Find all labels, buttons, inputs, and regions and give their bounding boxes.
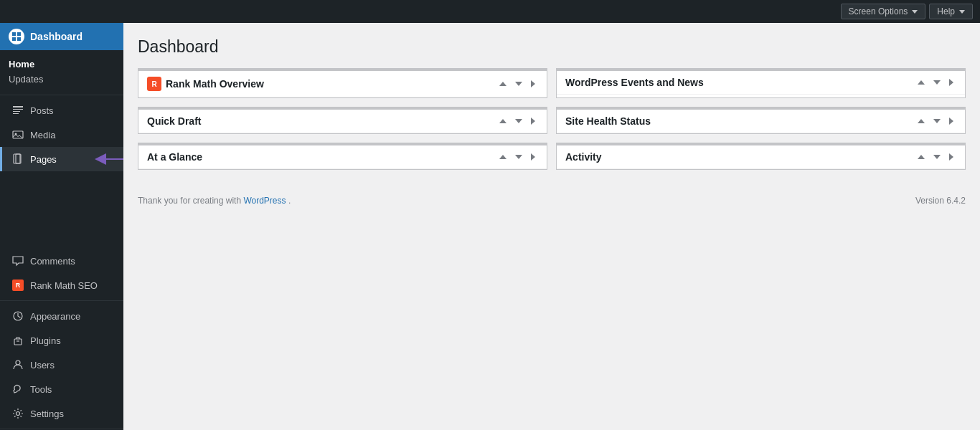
sidebar-item-media[interactable]: Media: [0, 123, 123, 147]
widget-rank-math-down-btn[interactable]: [512, 80, 525, 87]
widget-quick-draft-down-btn[interactable]: [512, 118, 525, 125]
widget-rank-math-overview-controls: [496, 79, 538, 89]
footer-thank-you-text: Thank you for creating with: [138, 196, 243, 206]
help-chevron-icon: [959, 10, 965, 14]
footer-wordpress-link[interactable]: WordPress: [243, 196, 286, 206]
widget-activity-up-btn[interactable]: [915, 153, 928, 161]
sidebar-divider-1: [0, 95, 123, 95]
widget-rank-math-up-btn[interactable]: [496, 80, 509, 87]
svg-point-12: [17, 412, 20, 416]
sidebar-item-settings[interactable]: Settings: [0, 401, 123, 426]
tools-label: Tools: [30, 384, 52, 395]
widget-site-health: Site Health Status: [556, 107, 966, 134]
widget-quick-draft: Quick Draft: [138, 107, 547, 134]
footer-credit: Thank you for creating with WordPress .: [138, 196, 291, 206]
arrow-expand-icon: [949, 79, 953, 86]
widget-site-health-down-btn[interactable]: [930, 118, 943, 125]
comments-icon: [11, 254, 24, 267]
arrow-expand-icon: [531, 80, 535, 87]
pages-icon: [11, 153, 24, 166]
users-label: Users: [30, 360, 55, 371]
widget-at-a-glance: At a Glance: [138, 143, 547, 170]
widget-wordpress-events: WordPress Events and News: [556, 68, 966, 98]
sidebar-item-posts[interactable]: Posts: [0, 98, 123, 123]
arrow-up-icon: [918, 119, 925, 123]
widget-at-a-glance-header: At a Glance: [138, 145, 547, 169]
home-label[interactable]: Home: [9, 56, 115, 72]
widget-events-up-btn[interactable]: [915, 79, 928, 86]
arrow-up-icon: [918, 80, 925, 85]
widget-rank-math-overview-title: R Rank Math Overview: [147, 77, 264, 91]
arrow-up-icon: [499, 155, 507, 159]
widget-quick-draft-up-btn[interactable]: [496, 118, 509, 125]
sidebar-item-pages[interactable]: Pages: [0, 147, 123, 171]
widget-at-a-glance-down-btn[interactable]: [512, 153, 525, 161]
svg-rect-1: [17, 32, 21, 36]
widget-activity-expand-btn[interactable]: [946, 152, 956, 162]
arrow-expand-icon: [949, 118, 953, 125]
rank-math-widget-icon: R: [147, 77, 161, 91]
widget-quick-draft-controls: [496, 116, 538, 126]
widget-activity-controls: [915, 152, 956, 162]
sidebar-item-tools[interactable]: Tools: [0, 377, 123, 401]
sidebar-divider-2: [0, 300, 123, 301]
arrow-up-icon: [918, 155, 925, 159]
widget-activity-header: Activity: [557, 145, 965, 169]
page-title: Dashboard: [138, 37, 966, 57]
screen-options-label: Screen Options: [849, 6, 908, 16]
dashboard-icon: [9, 29, 24, 44]
widget-wordpress-events-controls: [915, 77, 956, 87]
sidebar-brand-label: Dashboard: [30, 31, 83, 42]
tools-icon: [11, 383, 24, 396]
arrow-down-icon: [933, 80, 941, 85]
widget-at-a-glance-title: At a Glance: [147, 151, 202, 163]
widget-quick-draft-expand-btn[interactable]: [528, 116, 538, 126]
arrow-down-icon: [515, 155, 522, 159]
plugins-icon: [11, 334, 24, 347]
help-label: Help: [937, 6, 955, 16]
arrow-expand-icon: [531, 153, 535, 161]
rank-math-seo-label: Rank Math SEO: [30, 280, 98, 291]
widget-wordpress-events-title: WordPress Events and News: [565, 77, 704, 88]
posts-icon: [11, 104, 24, 117]
widget-site-health-expand-btn[interactable]: [946, 116, 956, 126]
arrow-up-icon: [499, 82, 507, 86]
sidebar-item-rank-math-seo[interactable]: R Rank Math SEO: [0, 273, 123, 297]
widget-rank-math-overview: R Rank Math Overview: [138, 68, 547, 98]
svg-rect-2: [12, 37, 16, 41]
widget-grid: R Rank Math Overview Word: [138, 68, 966, 170]
comments-label: Comments: [30, 256, 75, 267]
widget-events-down-btn[interactable]: [930, 79, 943, 86]
arrow-down-icon: [933, 155, 941, 159]
svg-rect-3: [17, 37, 21, 41]
widget-at-a-glance-up-btn[interactable]: [496, 153, 509, 161]
widget-quick-draft-title: Quick Draft: [147, 115, 201, 127]
widget-activity-down-btn[interactable]: [930, 153, 943, 161]
svg-point-11: [16, 360, 20, 365]
arrow-expand-icon: [531, 118, 535, 125]
widget-at-a-glance-expand-btn[interactable]: [528, 152, 538, 162]
sidebar-item-users[interactable]: Users: [0, 353, 123, 377]
settings-label: Settings: [30, 408, 64, 419]
sidebar-item-plugins[interactable]: Plugins: [0, 328, 123, 353]
widget-events-expand-btn[interactable]: [946, 77, 956, 87]
arrow-up-icon: [499, 119, 507, 123]
sidebar-item-appearance[interactable]: Appearance: [0, 304, 123, 328]
arrow-down-icon: [933, 119, 941, 123]
widget-site-health-controls: [915, 116, 956, 126]
appearance-icon: [11, 310, 24, 322]
sidebar-item-comments[interactable]: Comments: [0, 249, 123, 273]
widget-rank-math-expand-btn[interactable]: [528, 79, 538, 89]
widget-site-health-up-btn[interactable]: [915, 118, 928, 125]
widget-wordpress-events-header: WordPress Events and News: [557, 71, 965, 95]
sidebar-brand[interactable]: Dashboard: [0, 23, 123, 50]
help-button[interactable]: Help: [929, 4, 973, 19]
screen-options-chevron-icon: [912, 10, 918, 14]
media-icon: [11, 128, 24, 141]
updates-label[interactable]: Updates: [9, 72, 115, 89]
sidebar: Dashboard Home Updates Posts Media: [0, 0, 123, 430]
widget-quick-draft-header: Quick Draft: [138, 110, 547, 133]
appearance-label: Appearance: [30, 311, 80, 322]
screen-options-button[interactable]: Screen Options: [841, 4, 926, 19]
widget-site-health-header: Site Health Status: [557, 110, 965, 133]
